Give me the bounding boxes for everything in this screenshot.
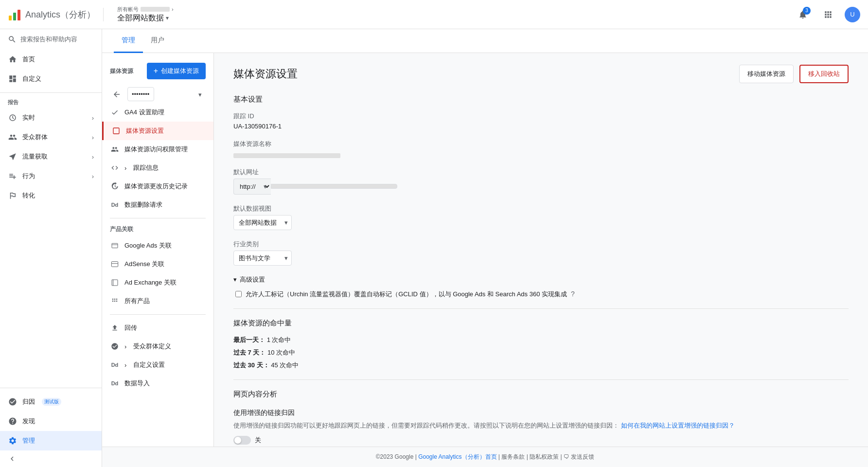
- svg-point-15: [114, 301, 116, 302]
- hits-last-day-label: 最后一天：: [233, 336, 265, 343]
- toggle-off-label: 关: [255, 436, 261, 445]
- sidebar-item-realtime[interactable]: 实时 ›: [0, 108, 102, 127]
- web-analysis-title: 网页内容分析: [233, 390, 849, 399]
- industry-select[interactable]: 图书与文学: [233, 251, 292, 266]
- toggle-row: 关: [233, 436, 849, 445]
- hits-last-day-value: 1 次命中: [267, 336, 291, 343]
- settings-title: 媒体资源设置: [233, 67, 298, 81]
- property-selector[interactable]: 全部网站数据 ▾: [117, 13, 174, 23]
- gclid-checkbox[interactable]: [235, 291, 242, 297]
- sidebar-item-custom[interactable]: 自定义: [0, 69, 102, 89]
- default-view-group: 默认数据视图 全部网站数据: [233, 204, 849, 230]
- protocol-select[interactable]: http:// https://: [233, 179, 271, 195]
- audience-def-icon: [110, 341, 120, 351]
- svg-point-12: [114, 299, 116, 300]
- panel-item-all-products[interactable]: 所有产品: [102, 292, 213, 310]
- panel-item-property-settings[interactable]: 媒体资源设置: [102, 122, 213, 140]
- panel-item-history[interactable]: 媒体资源更改历史记录: [102, 177, 213, 196]
- audience-icon: [8, 132, 18, 142]
- svg-rect-1: [13, 13, 16, 20]
- footer-link-feedback[interactable]: 发送反馈: [571, 453, 594, 460]
- enhanced-toggle-switch[interactable]: [233, 436, 251, 445]
- custom-settings-expand-icon: ›: [124, 361, 126, 369]
- panel-item-custom-settings[interactable]: Dd › 自定义设置: [102, 356, 213, 374]
- footer-link-ga[interactable]: Google Analytics（分析）首页: [418, 453, 496, 460]
- panel-item-google-ads[interactable]: Google Ads 关联: [102, 236, 213, 255]
- apps-button[interactable]: [819, 6, 837, 23]
- sidebar-item-acquisition[interactable]: 流量获取 ›: [0, 147, 102, 166]
- notifications-button[interactable]: 3: [794, 6, 812, 23]
- chevron-left-icon: [8, 454, 17, 463]
- trash-button[interactable]: 移入回收站: [799, 65, 849, 83]
- advanced-label: 高级设置: [240, 275, 265, 284]
- attribution-icon: [8, 397, 18, 407]
- hits-30days: 过去 30 天： 45 次命中: [233, 361, 849, 370]
- panel-delete-label: 数据删除请求: [124, 200, 162, 209]
- app-title: Analytics（分析）: [25, 9, 95, 20]
- property-dropdown-wrapper: •••••••• ▾: [127, 87, 206, 101]
- sidebar-item-attribution[interactable]: 归因 测试版: [0, 392, 102, 412]
- dashboard-icon: [8, 74, 18, 84]
- sidebar-item-discover[interactable]: 发现: [0, 412, 102, 431]
- account-property-area: 所有帐号 › 全部网站数据 ▾: [109, 6, 174, 23]
- main-content: 媒体资源 + 创建媒体资源 •••••••• ▾: [102, 53, 868, 447]
- sidebar-item-home[interactable]: 首页: [0, 50, 102, 69]
- sidebar-item-audience[interactable]: 受众群体 ›: [0, 127, 102, 147]
- tracking-id-value: UA-130590176-1: [233, 123, 849, 130]
- admin-gear-icon: [8, 436, 18, 446]
- sidebar-item-behavior[interactable]: 行为 ›: [0, 166, 102, 186]
- property-dropdown[interactable]: ••••••••: [127, 87, 154, 101]
- panel-item-delete[interactable]: Dd 数据删除请求: [102, 196, 213, 214]
- back-button[interactable]: [110, 88, 124, 101]
- panel-item-upload[interactable]: 回传: [102, 319, 213, 337]
- separator-2: [233, 379, 849, 380]
- advanced-content: 允许人工标记（Urchin 流量监视器值）覆盖自动标记（GCLID 值），以与 …: [233, 290, 849, 299]
- svg-rect-0: [9, 16, 12, 20]
- advanced-section: ▾ 高级设置 允许人工标记（Urchin 流量监视器值）覆盖自动标记（GCLID…: [233, 275, 849, 299]
- google-ads-icon: [110, 241, 120, 251]
- sidebar-item-admin[interactable]: 管理: [0, 431, 102, 450]
- move-property-button[interactable]: 移动媒体资源: [739, 65, 794, 83]
- user-avatar[interactable]: U: [845, 7, 860, 22]
- svg-rect-7: [111, 262, 118, 267]
- tab-admin[interactable]: 管理: [114, 29, 143, 53]
- sidebar-item-conversion[interactable]: 转化: [0, 186, 102, 205]
- panel-item-adsense[interactable]: AdSense 关联: [102, 255, 213, 273]
- footer-link-terms[interactable]: 服务条款: [501, 453, 525, 460]
- sidebar-realtime-label: 实时: [22, 113, 35, 122]
- create-property-button[interactable]: + 创建媒体资源: [147, 63, 206, 79]
- panel-section-media: 媒体资源 + 创建媒体资源: [102, 59, 213, 83]
- hits-7days-value: 10 次命中: [267, 349, 295, 356]
- footer-link-privacy[interactable]: 隐私权政策: [530, 453, 559, 460]
- sidebar-behavior-label: 行为: [22, 172, 35, 180]
- sidebar-attribution-label: 归因: [22, 397, 35, 406]
- property-dropdown-icon: ▾: [166, 15, 169, 21]
- panel-access-label: 媒体资源访问权限管理: [124, 145, 188, 154]
- default-view-select[interactable]: 全部网站数据: [233, 215, 292, 230]
- search-bar[interactable]: 搜索报告和帮助内容: [0, 29, 102, 50]
- sidebar-custom-label: 自定义: [22, 74, 41, 83]
- realtime-expand-icon: ›: [92, 114, 94, 122]
- discover-icon: [8, 416, 18, 426]
- panel-item-access[interactable]: 媒体资源访问权限管理: [102, 140, 213, 159]
- panel-item-tracking[interactable]: › 跟踪信息: [102, 159, 213, 177]
- panel-item-adexchange[interactable]: Ad Exchange 关联: [102, 273, 213, 292]
- property-name: 全部网站数据: [117, 13, 164, 23]
- topbar: Analytics（分析） 所有帐号 › 全部网站数据 ▾ 3 U: [0, 0, 868, 29]
- advanced-toggle[interactable]: ▾ 高级设置: [233, 275, 849, 284]
- delete-icon: Dd: [110, 200, 120, 210]
- analytics-logo-icon: [8, 8, 21, 21]
- sidebar-conversion-label: 转化: [22, 191, 35, 200]
- panel-item-ga4[interactable]: GA4 设置助理: [102, 103, 213, 122]
- svg-rect-5: [112, 243, 118, 248]
- property-name-label: 媒体资源名称: [233, 140, 849, 148]
- panel-item-audience-def[interactable]: › 受众群体定义: [102, 337, 213, 356]
- enhanced-link-href[interactable]: 如何在我的网站上设置增强的链接归因？: [621, 422, 735, 429]
- sidebar-collapse-btn[interactable]: [0, 450, 102, 467]
- sidebar-admin-label: 管理: [22, 436, 35, 445]
- property-name-group: 媒体资源名称: [233, 140, 849, 158]
- industry-label: 行业类别: [233, 240, 849, 249]
- search-icon: [8, 35, 17, 44]
- tab-users[interactable]: 用户: [143, 29, 172, 53]
- panel-item-data-import[interactable]: Dd 数据导入: [102, 374, 213, 393]
